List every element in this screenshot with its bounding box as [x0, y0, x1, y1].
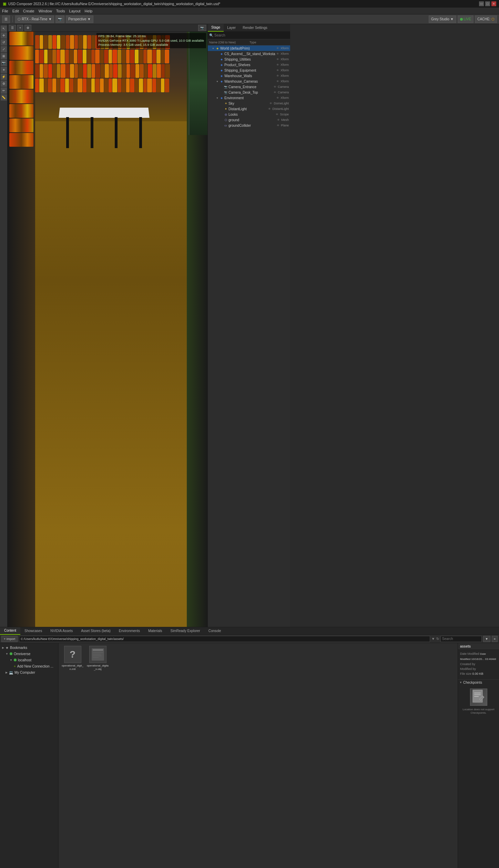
- file-item-2[interactable]: operational_digita_n.obj: [86, 646, 109, 671]
- tree-item-product-shelves[interactable]: ◈ Product_Shelves 👁 Xform: [208, 62, 290, 68]
- tab-render-settings[interactable]: Render Settings: [239, 24, 271, 32]
- tree-item-shipping-utilities[interactable]: ◈ Shipping_Utilities 👁 Xform: [208, 56, 290, 62]
- visibility-icon[interactable]: 👁: [276, 74, 280, 78]
- title-bar-controls[interactable]: — □ ✕: [479, 1, 496, 6]
- rtx-mode-button[interactable]: ⬡ RTX - Real-Time ▼: [15, 16, 54, 23]
- tree-item-shipping-equipment[interactable]: ◈ Shipping_Equipment 👁 Xform: [208, 68, 290, 73]
- tree-item-ground-collider[interactable]: ▭ groundCollider 👁 Plane: [208, 123, 290, 128]
- tree-item-environment[interactable]: ▼ ◈ Environment 👁 Xform: [208, 95, 290, 101]
- sidebar-measure-tool[interactable]: 📏: [1, 94, 7, 101]
- tree-item-world[interactable]: ▼ ◈ World (defaultPrim) 👁 Xform: [208, 45, 290, 51]
- dome-light-icon: ☀: [224, 101, 228, 105]
- ft-add-new-connection[interactable]: + Add New Connection ...: [0, 663, 58, 669]
- live-button[interactable]: LIVE: [458, 16, 474, 23]
- tree-item-camera-entrance[interactable]: 📷 Camera_Entrance 👁 Camera: [208, 84, 290, 90]
- options-button[interactable]: ≡: [492, 636, 498, 642]
- distant-light-icon: ✦: [224, 107, 228, 111]
- tab-simready-explorer[interactable]: SimReady Explorer: [166, 627, 204, 635]
- tab-content[interactable]: Content: [0, 627, 20, 635]
- file-item-1[interactable]: ? operational_digit_n.mtl: [61, 646, 84, 671]
- visibility-icon[interactable]: 👁: [276, 113, 279, 116]
- tree-item-distant-light[interactable]: ✦ DistantLight 👁 DistantLight: [208, 106, 290, 112]
- visibility-icon[interactable]: 👁: [277, 124, 280, 127]
- tab-nvidia-assets[interactable]: NVIDIA Assets: [46, 627, 77, 635]
- computer-icon: 💻: [9, 671, 13, 674]
- import-button[interactable]: + Import: [1, 636, 18, 642]
- search-icon: 🔍: [209, 33, 213, 37]
- checkpoint-message: Location does not support Checkpoints.: [459, 708, 498, 715]
- sidebar-camera-tool[interactable]: 📷: [1, 60, 7, 66]
- tab-environments[interactable]: Environments: [115, 627, 144, 635]
- vp-camera-settings[interactable]: 📷: [198, 25, 206, 31]
- maximize-button[interactable]: □: [485, 1, 490, 6]
- visibility-icon[interactable]: 👁: [277, 118, 281, 122]
- menu-file[interactable]: File: [2, 9, 8, 13]
- ft-localhost[interactable]: ▼ localhost: [0, 657, 58, 663]
- menu-window[interactable]: Window: [39, 9, 52, 13]
- path-nav-icon[interactable]: ▼: [431, 637, 435, 641]
- menu-layout[interactable]: Layout: [69, 9, 81, 13]
- sidebar-move-tool[interactable]: ✛: [1, 32, 7, 39]
- visibility-icon[interactable]: 👁: [269, 102, 273, 105]
- sidebar-light-tool[interactable]: ☀: [1, 67, 7, 73]
- vp-settings-button[interactable]: ⚙: [24, 25, 31, 31]
- visibility-icon[interactable]: 👁: [276, 96, 280, 100]
- sidebar-paint-tool[interactable]: ✏: [1, 87, 7, 94]
- tab-materials[interactable]: Materials: [144, 627, 166, 635]
- chevron-down-icon-cp: ▼: [459, 681, 462, 684]
- ft-my-computer[interactable]: ▶ 💻 My Computer: [0, 669, 58, 675]
- tree-item-camera-desk-top[interactable]: 📷 Camera_Desk_Top 👁 Camera: [208, 90, 290, 95]
- table-legs: [59, 117, 149, 148]
- tab-layer[interactable]: Layer: [224, 24, 239, 32]
- sidebar-rotate-tool[interactable]: ↺: [1, 39, 7, 45]
- scope-icon: ◎: [224, 112, 228, 116]
- ft-omniverse[interactable]: ▼ Omniverse: [0, 651, 58, 657]
- visibility-icon[interactable]: 👁: [274, 91, 277, 94]
- tree-item-warehouse-walls[interactable]: ◈ Warehouse_Walls 👁 Xform: [208, 73, 290, 79]
- menu-create[interactable]: Create: [23, 9, 34, 13]
- tab-stage[interactable]: Stage: [208, 24, 224, 32]
- vp-hamburger[interactable]: ☰: [9, 25, 16, 31]
- cache-button[interactable]: CACHE: ⬡: [475, 16, 497, 23]
- rtx-icon: ⬡: [18, 17, 21, 21]
- menu-tools[interactable]: Tools: [56, 9, 65, 13]
- stage-search-input[interactable]: [214, 33, 289, 37]
- visibility-icon[interactable]: 👁: [276, 58, 280, 61]
- tab-showcases[interactable]: Showcases: [20, 627, 46, 635]
- menu-edit[interactable]: Edit: [12, 9, 19, 13]
- live-dot: [460, 18, 463, 21]
- path-refresh-icon[interactable]: ↻: [436, 637, 439, 641]
- tree-item-looks[interactable]: ◎ Looks 👁 Scope: [208, 112, 290, 117]
- tree-item-cs-ascend[interactable]: ◈ CS_Ascend__Sit_stand_Worksta 👁 Xform: [208, 51, 290, 56]
- minimize-button[interactable]: —: [479, 1, 484, 6]
- tab-console[interactable]: Console: [204, 627, 225, 635]
- filter-button[interactable]: ▼: [483, 636, 490, 642]
- sidebar-snap-tool[interactable]: ⊞: [1, 53, 7, 59]
- ft-bookmarks[interactable]: ▶ ★ Bookmarks: [0, 644, 58, 651]
- visibility-icon[interactable]: 👁: [276, 63, 280, 66]
- sidebar-select-tool[interactable]: ↖: [1, 25, 7, 32]
- sidebar-settings-tool[interactable]: ⚙: [1, 81, 7, 87]
- visibility-icon[interactable]: 👁: [268, 107, 272, 111]
- grey-studio-button[interactable]: Grey Studio ▼: [429, 16, 456, 23]
- visibility-icon[interactable]: 👁: [274, 85, 277, 89]
- toolbar-hamburger[interactable]: ☰: [2, 16, 10, 23]
- camera-button[interactable]: 📷: [55, 16, 64, 23]
- visibility-icon[interactable]: 👁: [276, 80, 280, 83]
- checkpoints-header[interactable]: ▼ Checkpoints: [458, 680, 499, 686]
- perspective-button[interactable]: Perspective ▼: [66, 16, 93, 23]
- visibility-icon[interactable]: 👁: [276, 69, 280, 72]
- tree-item-ground[interactable]: ⬡ ground 👁 Mesh: [208, 117, 290, 123]
- tab-asset-stores[interactable]: Asset Stores (beta): [77, 627, 115, 635]
- menu-help[interactable]: Help: [85, 9, 93, 13]
- sidebar-physics-tool[interactable]: ⚡: [1, 74, 7, 80]
- visibility-icon[interactable]: 👁: [276, 47, 280, 50]
- sidebar-scale-tool[interactable]: ⤢: [1, 46, 7, 52]
- stage-column-headers: Name (Old to New) Type: [208, 39, 290, 45]
- content-search-input[interactable]: [440, 636, 482, 642]
- vp-add-button[interactable]: +: [17, 25, 23, 31]
- tree-item-warehouse-cameras[interactable]: ▼ ◈ Warehouse_Cameras 👁 Xform: [208, 79, 290, 84]
- visibility-icon[interactable]: 👁: [276, 52, 280, 55]
- close-button[interactable]: ✕: [491, 1, 496, 6]
- tree-item-sky[interactable]: ☀ Sky 👁 DomeLight: [208, 101, 290, 106]
